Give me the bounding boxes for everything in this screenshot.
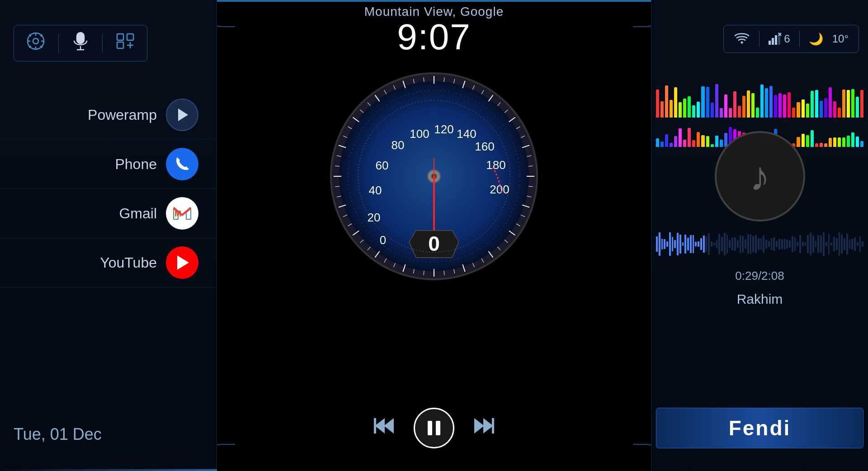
eq-bar <box>760 85 764 118</box>
waveform-bar <box>708 233 710 254</box>
waveform-bar <box>690 235 692 254</box>
waveform-bar <box>721 237 723 251</box>
prev-track-button[interactable] <box>373 414 396 442</box>
waveform-bar <box>807 235 809 253</box>
next-track-button[interactable] <box>472 414 495 442</box>
waveform-bar <box>768 241 770 247</box>
app-item-youtube[interactable]: YouTube <box>0 238 217 287</box>
eq-bar-2 <box>674 136 677 147</box>
waveform-bar <box>799 235 801 254</box>
svg-text:120: 120 <box>434 122 453 136</box>
svg-text:M: M <box>175 209 181 218</box>
waveform-bar <box>706 236 708 252</box>
waveform-bar <box>737 240 739 248</box>
app-item-poweramp[interactable]: Poweramp <box>0 90 217 140</box>
waveform-bar <box>711 241 712 247</box>
eq-bar <box>738 106 741 118</box>
apps-grid-icon[interactable] <box>116 33 134 53</box>
youtube-icon[interactable] <box>166 246 198 279</box>
waveform-bar <box>773 237 775 251</box>
eq-bar <box>701 86 704 118</box>
waveform-bar <box>851 239 853 249</box>
eq-bar-2 <box>711 144 714 147</box>
eq-bar-2 <box>665 134 668 147</box>
eq-bar <box>720 108 723 118</box>
eq-bar-2 <box>842 137 845 147</box>
eq-bar-2 <box>815 143 818 147</box>
waveform-bar <box>698 241 699 247</box>
waveform-bar <box>805 242 807 246</box>
pause-bar-left <box>428 421 432 435</box>
phone-icon[interactable] <box>166 148 198 180</box>
waveform-bar <box>792 236 793 253</box>
eq-bar-2 <box>829 138 832 147</box>
eq-bar <box>769 86 773 118</box>
waveform-bar <box>718 234 720 254</box>
waveform-bar <box>729 240 731 248</box>
eq-bar-2 <box>824 143 827 147</box>
waveform-bar <box>849 240 851 248</box>
waveform-bar <box>682 242 684 246</box>
svg-rect-14 <box>127 34 133 40</box>
eq-bar <box>751 93 755 118</box>
waveform-bar <box>693 235 694 253</box>
svg-text:20: 20 <box>368 211 381 224</box>
settings-icon[interactable] <box>27 32 45 54</box>
eq-bar <box>797 102 800 118</box>
waveform-bar <box>854 237 856 251</box>
eq-bar <box>665 85 668 118</box>
song-banner[interactable]: Fendi <box>656 408 863 448</box>
eq-bar-2 <box>838 137 841 147</box>
eq-bar <box>833 101 836 118</box>
music-icon-container[interactable]: ♪ <box>715 131 805 221</box>
gmail-icon[interactable]: M <box>166 197 198 230</box>
eq-bar <box>742 96 745 118</box>
svg-rect-10 <box>77 33 84 43</box>
eq-bar-2 <box>860 141 863 147</box>
waveform-bar <box>789 240 791 248</box>
waveform-bar <box>857 242 859 246</box>
waveform-bar <box>776 241 778 248</box>
poweramp-play-button[interactable] <box>166 99 198 131</box>
eq-bar-2 <box>688 128 691 147</box>
eq-bar <box>660 101 664 118</box>
eq-bar-2 <box>715 136 718 147</box>
waveform-bar <box>841 235 843 254</box>
eq-bar <box>778 93 782 118</box>
eq-bar-2 <box>833 137 836 147</box>
signal-icon: 6 <box>769 33 790 45</box>
app-item-gmail[interactable]: Gmail M <box>0 189 217 238</box>
waveform-bar <box>815 241 817 247</box>
eq-bar <box>829 87 832 118</box>
svg-text:100: 100 <box>410 127 429 141</box>
app-list: Poweramp Phone Gmail <box>0 90 217 287</box>
svg-text:140: 140 <box>457 127 476 141</box>
waveform-bar <box>752 236 754 253</box>
waveform-bar <box>846 234 848 254</box>
microphone-icon[interactable] <box>72 32 89 55</box>
waveform-bar <box>781 239 783 249</box>
app-item-phone[interactable]: Phone <box>0 140 217 189</box>
waveform-bar <box>830 243 832 245</box>
svg-text:160: 160 <box>475 140 494 153</box>
eq-bar <box>756 108 759 118</box>
speedometer: 0 20 40 60 80 100 120 140 160 180 200 <box>326 68 542 285</box>
divider-2 <box>102 34 103 52</box>
night-mode-icon: 🌙 <box>809 32 823 46</box>
waveform-bar <box>734 237 736 251</box>
eq-bar-2 <box>656 138 659 147</box>
svg-marker-101 <box>474 418 484 433</box>
waveform-bar <box>742 236 744 252</box>
waveform-bar <box>823 232 825 256</box>
eq-bar <box>747 90 750 118</box>
status-divider-1 <box>759 31 760 47</box>
waveform-bar <box>763 236 764 253</box>
eq-bar <box>847 90 850 118</box>
eq-bar <box>711 103 714 118</box>
waveform-bar <box>844 238 845 250</box>
eq-bar <box>842 89 845 118</box>
music-note-icon: ♪ <box>750 153 770 200</box>
pause-button[interactable] <box>414 408 454 448</box>
eq-bar-2 <box>847 136 850 147</box>
svg-point-103 <box>741 41 743 43</box>
